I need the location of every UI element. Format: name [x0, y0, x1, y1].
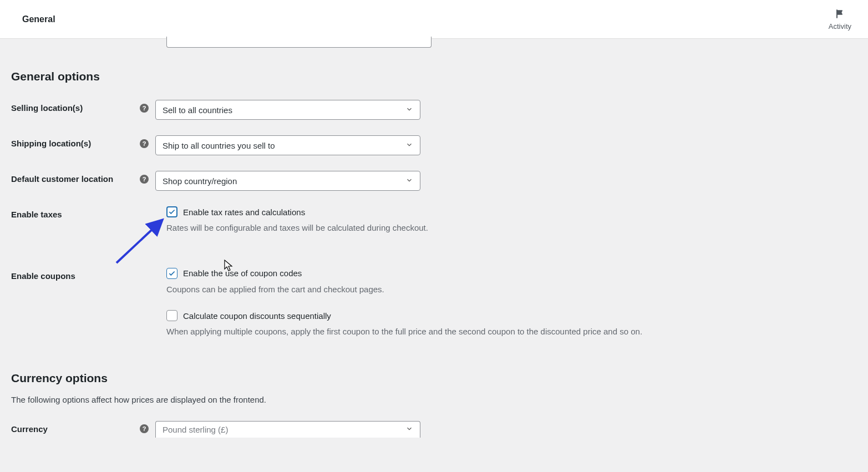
- topbar: General Activity: [0, 0, 868, 39]
- row-enable-coupons: Enable coupons Enable the use of coupon …: [11, 268, 857, 349]
- select-value: Sell to all countries: [163, 105, 232, 115]
- currency-options-heading: Currency options: [11, 372, 857, 385]
- page-title: General: [22, 14, 55, 24]
- help-icon[interactable]: ?: [140, 175, 149, 184]
- checkbox-sequential-coupons[interactable]: [166, 310, 177, 321]
- checkbox-enable-coupons[interactable]: [166, 268, 177, 279]
- select-default-customer-location[interactable]: Shop country/region: [155, 171, 420, 191]
- flag-icon: [834, 8, 845, 21]
- select-selling-locations[interactable]: Sell to all countries: [155, 100, 420, 120]
- chevron-down-icon: [405, 176, 413, 186]
- chevron-down-icon: [405, 141, 413, 150]
- activity-button[interactable]: Activity: [829, 8, 851, 31]
- currency-options-desc: The following options affect how prices …: [11, 395, 857, 404]
- select-value: Pound sterling (£): [163, 425, 228, 434]
- chevron-down-icon: [405, 425, 413, 434]
- activity-label: Activity: [829, 22, 851, 31]
- label-shipping-locations: Shipping location(s): [11, 139, 91, 148]
- row-shipping-locations: Shipping location(s) ? Ship to all count…: [11, 135, 857, 155]
- help-icon[interactable]: ?: [140, 139, 149, 148]
- select-value: Ship to all countries you sell to: [163, 141, 275, 150]
- select-value: Shop country/region: [163, 176, 237, 186]
- row-currency: Currency ? Pound sterling (£): [11, 421, 857, 438]
- general-options-heading: General options: [11, 70, 857, 83]
- partial-input[interactable]: [166, 37, 432, 48]
- desc-enable-taxes: Rates will be configurable and taxes wil…: [166, 222, 857, 235]
- help-icon[interactable]: ?: [140, 424, 149, 433]
- label-selling-locations: Selling location(s): [11, 103, 83, 113]
- checkbox-label-enable-taxes: Enable tax rates and calculations: [183, 207, 305, 217]
- label-default-customer-location: Default customer location: [11, 174, 113, 184]
- partial-field-above: [166, 37, 857, 48]
- select-shipping-locations[interactable]: Ship to all countries you sell to: [155, 135, 420, 155]
- checkbox-label-sequential-coupons: Calculate coupon discounts sequentially: [183, 311, 331, 321]
- label-enable-taxes: Enable taxes: [11, 210, 62, 219]
- checkbox-label-enable-coupons: Enable the use of coupon codes: [183, 268, 302, 278]
- desc-sequential-coupons: When applying multiple coupons, apply th…: [166, 326, 857, 338]
- row-selling-locations: Selling location(s) ? Sell to all countr…: [11, 100, 857, 120]
- desc-enable-coupons: Coupons can be applied from the cart and…: [166, 283, 857, 296]
- row-enable-taxes: Enable taxes Enable tax rates and calcul…: [11, 206, 857, 246]
- help-icon[interactable]: ?: [140, 104, 149, 113]
- checkbox-enable-taxes[interactable]: [166, 206, 177, 217]
- chevron-down-icon: [405, 105, 413, 115]
- label-enable-coupons: Enable coupons: [11, 271, 75, 281]
- row-default-customer-location: Default customer location ? Shop country…: [11, 171, 857, 191]
- settings-content: General options Selling location(s) ? Se…: [0, 37, 868, 460]
- select-currency[interactable]: Pound sterling (£): [155, 421, 420, 438]
- label-currency: Currency: [11, 424, 48, 434]
